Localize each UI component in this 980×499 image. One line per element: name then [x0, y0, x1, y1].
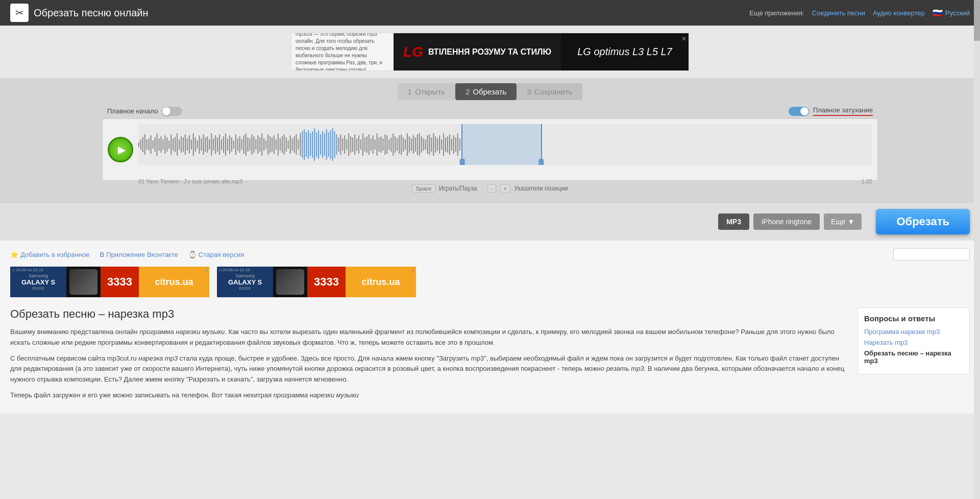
svg-rect-23: [185, 134, 186, 155]
svg-rect-145: [431, 137, 432, 152]
toggle-dot-right: [800, 107, 808, 115]
svg-rect-65: [270, 136, 271, 153]
svg-rect-1: [140, 139, 141, 150]
svg-rect-93: [326, 129, 327, 160]
svg-rect-35: [209, 139, 210, 150]
format-more-button[interactable]: Еще ▼: [824, 213, 862, 230]
ad-banner-1[interactable]: Samsung GALAXY S DUOS 3333 citrus.ua c 2…: [10, 267, 209, 297]
scrollbar[interactable]: [974, 0, 980, 414]
svg-rect-41: [221, 139, 222, 150]
format-mp3-button[interactable]: MP3: [718, 213, 749, 230]
svg-rect-37: [213, 138, 214, 151]
scrollbar-thumb[interactable]: [974, 0, 980, 41]
ad-right[interactable]: LG optimus L3 L5 L7: [561, 33, 689, 70]
article-title: Обрезать песню – нарезка mp3: [10, 307, 847, 321]
svg-rect-96: [332, 128, 333, 161]
svg-rect-6: [151, 135, 152, 154]
language-selector[interactable]: 🇷🇺 Русский: [933, 8, 970, 18]
svg-rect-70: [280, 138, 281, 151]
svg-rect-10: [159, 138, 160, 151]
svg-rect-55: [249, 138, 250, 151]
waveform-container: ▶ // Generate waveform bars left: [102, 118, 878, 181]
svg-rect-138: [417, 134, 418, 155]
handle-right[interactable]: 0:47.5: [533, 159, 549, 165]
audio-converter-link[interactable]: Аудио конвертер: [873, 9, 925, 17]
ad2-shop: citrus.ua: [346, 267, 416, 297]
output-bar: MP3 iPhone ringtone Еще ▼ Обрезать: [0, 202, 980, 241]
svg-rect-39: [217, 137, 218, 152]
svg-rect-30: [199, 135, 200, 154]
svg-rect-3: [144, 134, 145, 155]
handle-left[interactable]: 0:38.2: [454, 159, 470, 165]
svg-rect-125: [390, 137, 391, 152]
ad2-close[interactable]: ℹ: [412, 268, 414, 273]
ad-banner-2[interactable]: Samsung GALAXY S DUOS 3333 citrus.ua c 2…: [217, 267, 416, 297]
svg-rect-113: [366, 136, 368, 153]
waveform-wrapper[interactable]: // Generate waveform bars left: [138, 124, 872, 175]
svg-rect-21: [181, 136, 182, 153]
ad-text-left: mp3cut — это сервис обрезки mp3 онлайн. …: [291, 33, 394, 70]
svg-rect-15: [168, 140, 169, 149]
step2-label: Обрезать: [473, 87, 506, 96]
svg-rect-107: [354, 134, 355, 155]
ad1-close[interactable]: ℹ: [206, 268, 208, 273]
svg-rect-26: [191, 139, 192, 150]
old-version-link[interactable]: ⌚ Старая версия: [188, 251, 244, 258]
join-songs-link[interactable]: Соединить песни: [812, 9, 865, 17]
svg-rect-47: [233, 140, 234, 149]
svg-rect-82: [304, 129, 305, 160]
svg-rect-58: [255, 139, 256, 150]
article-paragraph-2: С бесплатным сервисом сайта mp3cut.ru на…: [10, 353, 847, 385]
fade-start-toggle[interactable]: [162, 107, 182, 116]
ad-close-button[interactable]: ✕: [681, 35, 687, 42]
svg-rect-13: [164, 135, 165, 154]
play-button[interactable]: ▶: [108, 137, 133, 162]
selection-region[interactable]: 0:38.2 0:38.2 0:47.5: [461, 124, 542, 165]
svg-rect-124: [388, 139, 389, 150]
svg-rect-94: [328, 132, 329, 157]
ad2-price: 3333: [307, 267, 346, 297]
ad1-brand: Samsung: [29, 273, 48, 278]
svg-rect-83: [306, 132, 307, 157]
cut-button[interactable]: Обрезать: [876, 209, 970, 234]
handle-left-bar[interactable]: [460, 159, 465, 165]
search-input[interactable]: [893, 248, 970, 260]
svg-rect-130: [401, 134, 402, 155]
svg-rect-7: [153, 140, 154, 149]
waveform-background: // Generate waveform bars left: [138, 124, 872, 165]
svg-rect-60: [259, 137, 260, 152]
svg-rect-127: [395, 136, 396, 153]
fade-end-toggle[interactable]: [789, 107, 809, 116]
step-1-open[interactable]: 1 Открыть: [398, 83, 455, 100]
svg-rect-147: [435, 136, 436, 153]
sidebar-link-3-active: Обрезать песню – нарезка mp3: [864, 349, 963, 365]
svg-rect-89: [318, 130, 319, 159]
svg-rect-90: [320, 134, 321, 155]
add-to-favorites-link[interactable]: ⭐ Добавить в избранное: [10, 251, 89, 258]
play-icon: ▶: [118, 144, 126, 156]
ad1-price: 3333: [101, 267, 139, 297]
sidebar-title: Вопросы и ответы: [864, 314, 963, 323]
step-2-cut[interactable]: 2 Обрезать: [455, 83, 517, 100]
logo-area: ✂ Обрезать песню онлайн: [10, 4, 149, 22]
svg-rect-118: [377, 133, 378, 156]
handle-right-bar[interactable]: [538, 159, 544, 165]
svg-rect-62: [263, 138, 264, 151]
format-iphone-button[interactable]: iPhone ringtone: [753, 213, 820, 230]
svg-rect-126: [393, 133, 394, 156]
ad2-phone: [276, 269, 304, 295]
svg-rect-52: [243, 135, 244, 154]
vk-app-link[interactable]: В Приложение Вконтакте: [100, 251, 178, 258]
ad-main[interactable]: LG ВТІЛЕННЯ РОЗУМУ ТА СТИЛЮ: [394, 33, 561, 70]
shortcut-markers: - + Указатели позиции: [487, 185, 568, 192]
sidebar-link-1[interactable]: Программа нарезки mp3: [864, 328, 963, 336]
svg-rect-139: [419, 133, 420, 156]
svg-rect-69: [278, 133, 279, 156]
svg-rect-71: [282, 136, 283, 153]
sidebar-link-2[interactable]: Нарезать mp3: [864, 339, 963, 346]
svg-rect-97: [334, 131, 335, 158]
svg-rect-75: [290, 135, 291, 154]
step-3-save[interactable]: 3 Сохранить: [517, 83, 582, 100]
ad1-duos: DUOS: [32, 286, 44, 291]
svg-rect-92: [324, 133, 325, 156]
